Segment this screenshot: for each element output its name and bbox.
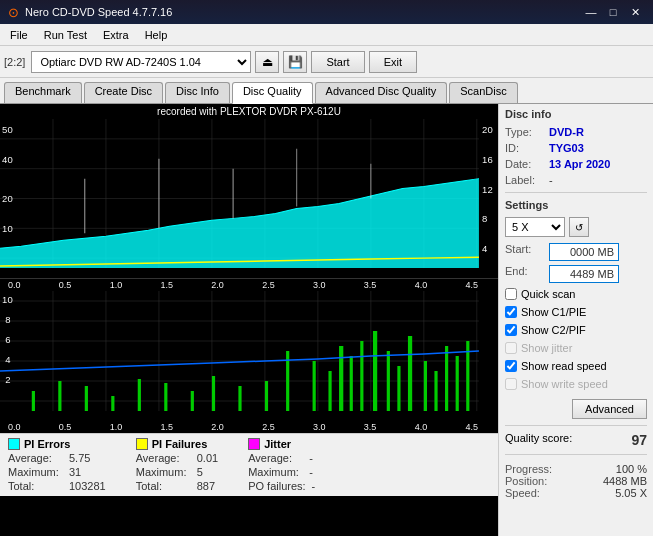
po-failures-label: PO failures: <box>248 480 305 492</box>
show-read-speed-row: Show read speed <box>505 360 647 372</box>
svg-rect-67 <box>434 371 437 411</box>
pi-failures-maximum-label: Maximum: <box>136 466 191 478</box>
svg-text:20: 20 <box>482 125 493 135</box>
tab-scan-disc[interactable]: ScanDisc <box>449 82 517 103</box>
exit-button[interactable]: Exit <box>369 51 417 73</box>
drive-prefix-label: [2:2] <box>4 56 25 68</box>
x-label-1: 1.0 <box>110 280 123 290</box>
chart-area: recorded with PLEXTOR DVDR PX-612U <box>0 104 498 536</box>
start-button[interactable]: Start <box>311 51 364 73</box>
show-write-speed-checkbox[interactable] <box>505 378 517 390</box>
pi-failures-color <box>136 438 148 450</box>
start-input[interactable] <box>549 243 619 261</box>
svg-text:40: 40 <box>2 155 13 165</box>
x-label-25b: 2.5 <box>262 422 275 432</box>
drive-select[interactable]: Optiarc DVD RW AD-7240S 1.04 <box>31 51 251 73</box>
end-row: End: <box>505 265 647 283</box>
disc-label-label: Label: <box>505 174 545 186</box>
lower-x-axis: 0.0 0.5 1.0 1.5 2.0 2.5 3.0 3.5 4.0 4.5 <box>0 421 498 433</box>
pi-errors-average-label: Average: <box>8 452 63 464</box>
show-write-speed-label: Show write speed <box>521 378 608 390</box>
tab-create-disc[interactable]: Create Disc <box>84 82 163 103</box>
disc-label-row: Label: - <box>505 174 647 186</box>
svg-rect-66 <box>424 361 427 411</box>
x-label-4: 4.0 <box>415 280 428 290</box>
separator-3 <box>505 454 647 455</box>
show-c2pif-row: Show C2/PIF <box>505 324 647 336</box>
svg-text:4: 4 <box>482 244 487 254</box>
svg-text:16: 16 <box>482 155 493 165</box>
close-button[interactable]: ✕ <box>625 4 645 20</box>
pi-errors-maximum-row: Maximum: 31 <box>8 466 106 478</box>
pi-errors-maximum-label: Maximum: <box>8 466 63 478</box>
pi-errors-color <box>8 438 20 450</box>
advanced-button[interactable]: Advanced <box>572 399 647 419</box>
svg-rect-61 <box>360 341 363 411</box>
jitter-maximum-row: Maximum: - <box>248 466 315 478</box>
pi-failures-total-label: Total: <box>136 480 191 492</box>
position-row: Position: 4488 MB <box>505 475 647 487</box>
svg-text:50: 50 <box>2 125 13 135</box>
x-label-15b: 1.5 <box>160 422 173 432</box>
pi-failures-total-value: 887 <box>197 480 215 492</box>
menu-extra[interactable]: Extra <box>97 27 135 43</box>
show-jitter-checkbox[interactable] <box>505 342 517 354</box>
pi-errors-total-row: Total: 103281 <box>8 480 106 492</box>
pi-errors-title: PI Errors <box>24 438 70 450</box>
legend-pi-errors: PI Errors Average: 5.75 Maximum: 31 Tota… <box>8 438 106 492</box>
eject-button[interactable]: ⏏ <box>255 51 279 73</box>
x-label-05: 0.5 <box>59 280 72 290</box>
speed-select[interactable]: 5 X 1 X 2 X 4 X 8 X Max <box>505 217 565 237</box>
menu-help[interactable]: Help <box>139 27 174 43</box>
svg-rect-30 <box>0 291 498 421</box>
pi-failures-maximum-value: 5 <box>197 466 203 478</box>
svg-rect-46 <box>32 391 35 411</box>
show-c1pie-row: Show C1/PIE <box>505 306 647 318</box>
tab-advanced-disc-quality[interactable]: Advanced Disc Quality <box>315 82 448 103</box>
pi-errors-header: PI Errors <box>8 438 106 450</box>
show-read-speed-label: Show read speed <box>521 360 607 372</box>
disc-id-label: ID: <box>505 142 545 154</box>
menu-run-test[interactable]: Run Test <box>38 27 93 43</box>
svg-rect-59 <box>339 346 343 411</box>
tab-benchmark[interactable]: Benchmark <box>4 82 82 103</box>
svg-text:20: 20 <box>2 195 13 205</box>
svg-rect-69 <box>456 356 459 411</box>
maximize-button[interactable]: □ <box>603 4 623 20</box>
jitter-color <box>248 438 260 450</box>
x-label-2b: 2.0 <box>211 422 224 432</box>
quick-scan-checkbox[interactable] <box>505 288 517 300</box>
po-failures-value: - <box>312 480 316 492</box>
save-button[interactable]: 💾 <box>283 51 307 73</box>
menu-file[interactable]: File <box>4 27 34 43</box>
jitter-maximum-label: Maximum: <box>248 466 303 478</box>
x-label-35: 3.5 <box>364 280 377 290</box>
minimize-button[interactable]: — <box>581 4 601 20</box>
position-label: Position: <box>505 475 547 487</box>
show-read-speed-checkbox[interactable] <box>505 360 517 372</box>
progress-value: 100 % <box>616 463 647 475</box>
end-input[interactable] <box>549 265 619 283</box>
right-panel: Disc info Type: DVD-R ID: TYG03 Date: 13… <box>498 104 653 536</box>
svg-rect-58 <box>328 371 331 411</box>
show-c2pif-checkbox[interactable] <box>505 324 517 336</box>
show-c2pif-label: Show C2/PIF <box>521 324 586 336</box>
pi-failures-average-row: Average: 0.01 <box>136 452 218 464</box>
upper-chart: 50 40 20 10 20 16 12 8 4 <box>0 119 498 279</box>
show-c1pie-checkbox[interactable] <box>505 306 517 318</box>
chart-header: recorded with PLEXTOR DVDR PX-612U <box>0 104 498 119</box>
jitter-header: Jitter <box>248 438 315 450</box>
refresh-button[interactable]: ↺ <box>569 217 589 237</box>
svg-rect-53 <box>212 376 215 411</box>
svg-text:10: 10 <box>2 295 13 305</box>
tab-disc-info[interactable]: Disc Info <box>165 82 230 103</box>
progress-row: Progress: 100 % <box>505 463 647 475</box>
svg-rect-50 <box>138 379 141 411</box>
show-c1pie-label: Show C1/PIE <box>521 306 586 318</box>
svg-rect-55 <box>265 381 268 411</box>
disc-date-value: 13 Apr 2020 <box>549 158 610 170</box>
x-label-45b: 4.5 <box>465 422 478 432</box>
jitter-average-row: Average: - <box>248 452 315 464</box>
start-label: Start: <box>505 243 545 261</box>
tab-disc-quality[interactable]: Disc Quality <box>232 82 313 104</box>
